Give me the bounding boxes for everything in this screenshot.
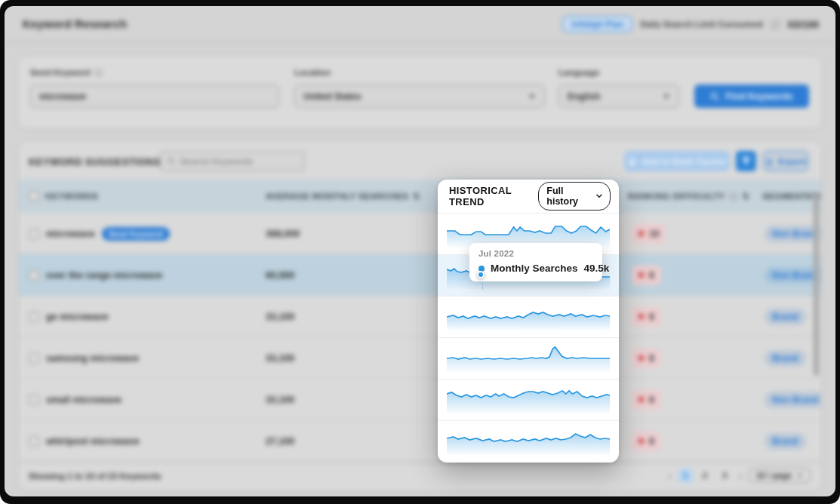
row-checkbox[interactable]: [29, 353, 39, 364]
location-label: Location: [294, 68, 331, 77]
hover-point-marker: [477, 271, 485, 278]
find-keywords-button[interactable]: Find Keywords: [694, 85, 809, 108]
select-all-checkbox[interactable]: [29, 180, 39, 213]
page-button-2[interactable]: 2: [698, 469, 712, 483]
page-title: Keyword Research: [23, 17, 127, 30]
keyword-search-form: Seed Keyword i microwave Location United…: [19, 57, 821, 128]
table-row[interactable]: samsung microwave 33,100 8 Brand: [19, 337, 821, 379]
difficulty-badge: 8: [632, 432, 661, 451]
header-right-cluster: Infidigit Plan Daily Search Limit Consum…: [562, 6, 819, 42]
trend-sparkline-row[interactable]: [438, 420, 619, 462]
download-icon: [765, 157, 774, 166]
difficulty-dot-icon: [638, 355, 644, 361]
keyword-suggestions-card: KEYWORD SUGGESTIONS Add to Rank Tracker …: [19, 142, 821, 490]
segmentation-badge: Brand: [765, 350, 806, 367]
keyword-text: microwave: [46, 229, 95, 239]
app-screen: Keyword Research Infidigit Plan Daily Se…: [5, 6, 835, 496]
segmentation-badge: Non Brand: [765, 392, 821, 408]
difficulty-badge: 10: [632, 224, 666, 244]
app-header: Keyword Research Infidigit Plan Daily Se…: [5, 6, 835, 42]
plan-badge: Infidigit Plan: [562, 16, 632, 32]
page-button-3[interactable]: 3: [718, 469, 732, 483]
table-scrollbar-thumb[interactable]: [814, 195, 819, 376]
trend-range-select[interactable]: Full history: [538, 182, 611, 211]
user-plus-icon: [628, 157, 637, 166]
keyword-text: small microwave: [46, 395, 122, 405]
keyword-text: samsung microwave: [46, 353, 139, 364]
column-header-segmentation: SEGMENTATION: [762, 180, 821, 213]
table-search-box[interactable]: [160, 151, 305, 171]
row-checkbox[interactable]: [29, 270, 39, 281]
info-icon[interactable]: i: [729, 192, 737, 201]
table-row[interactable]: ge microwave 33,100 8 Brand: [19, 296, 821, 337]
language-label: Language: [558, 68, 599, 77]
row-checkbox[interactable]: [29, 229, 39, 239]
segmentation-badge: Non Brand: [765, 267, 821, 284]
trend-sparkline-row[interactable]: [438, 296, 619, 337]
sort-icon[interactable]: ⇅: [742, 192, 749, 201]
chevron-down-icon: ▼: [797, 472, 803, 479]
monthly-searches-value: 33,100: [266, 337, 294, 379]
chevron-left-icon[interactable]: ‹: [666, 470, 672, 481]
difficulty-badge: 8: [632, 266, 661, 285]
row-checkbox[interactable]: [29, 436, 39, 447]
monthly-searches-value: 368,000: [266, 213, 300, 254]
results-summary: Showing 1 to 10 of 23 Keywords: [29, 472, 162, 481]
difficulty-badge: 8: [632, 390, 661, 410]
table-row[interactable]: whirlpool microwave 27,100 8 Brand: [19, 420, 821, 462]
seed-keyword-badge: Seed Keyword: [102, 227, 170, 241]
segmentation-badge: Brand: [765, 309, 806, 325]
tooltip-value: 49.5k: [584, 263, 610, 274]
difficulty-dot-icon: [638, 272, 644, 278]
trend-panel-title: HISTORICAL TREND: [449, 185, 538, 207]
trend-panel-header: HISTORICAL TREND Full history: [438, 180, 619, 213]
trend-tooltip: Jul 2022 Monthly Searches 49.5k: [469, 243, 602, 281]
info-icon[interactable]: i: [771, 20, 780, 29]
table-row[interactable]: small microwave 33,100 8 Non Brand: [19, 379, 821, 420]
funnel-icon: [741, 157, 751, 166]
page-button-1[interactable]: 1: [678, 469, 693, 483]
segmentation-badge: Brand: [765, 433, 806, 450]
difficulty-badge: 8: [632, 349, 661, 368]
trend-sparkline-row[interactable]: [438, 337, 619, 379]
filter-button[interactable]: [736, 151, 756, 171]
export-button[interactable]: Export: [763, 151, 808, 171]
info-icon[interactable]: i: [94, 69, 103, 77]
seed-keyword-label: Seed Keyword i: [30, 68, 103, 77]
chevron-right-icon[interactable]: ›: [737, 470, 743, 481]
keyword-text: over the range microwave: [46, 270, 162, 281]
page-size-select[interactable]: 10 / page▼: [749, 468, 811, 483]
table-row[interactable]: microwaveSeed Keyword 368,000 10 Non Bra…: [19, 213, 821, 254]
difficulty-dot-icon: [638, 438, 644, 444]
daily-limit-value: 03/100: [788, 19, 819, 30]
segmentation-badge: Non Brand: [765, 226, 821, 242]
location-select[interactable]: United States ▼: [294, 85, 545, 108]
difficulty-dot-icon: [638, 397, 644, 402]
table-row-highlighted[interactable]: over the range microwave 60,500 8 Non Br…: [19, 254, 821, 296]
difficulty-badge: 8: [632, 307, 661, 327]
suggestions-title: KEYWORD SUGGESTIONS: [29, 156, 160, 167]
tooltip-date: Jul 2022: [478, 249, 593, 258]
search-keywords-input[interactable]: [180, 157, 297, 166]
keyword-text: ge microwave: [46, 312, 109, 322]
tooltip-series-label: Monthly Searches: [491, 263, 578, 274]
column-header-keywords: KEYWORDS: [45, 180, 98, 213]
row-checkbox[interactable]: [29, 312, 39, 322]
blurred-page-layer: Keyword Research Infidigit Plan Daily Se…: [5, 6, 835, 496]
pagination: ‹ 1 2 3 › 10 / page▼: [666, 468, 811, 483]
column-header-difficulty[interactable]: RANKING DIFFICULTYi⇅: [628, 180, 749, 213]
row-checkbox[interactable]: [29, 395, 39, 405]
trend-sparkline-row[interactable]: [438, 379, 619, 420]
daily-limit-label: Daily Search Limit Consumed: [640, 20, 762, 29]
seed-keyword-input[interactable]: microwave: [30, 85, 279, 108]
sort-icon[interactable]: ⇅: [413, 192, 420, 201]
add-to-rank-tracker-button[interactable]: Add to Rank Tracker: [624, 151, 730, 171]
table-footer: Showing 1 to 10 of 23 Keywords ‹ 1 2 3 ›…: [19, 462, 821, 490]
monthly-searches-value: 27,100: [266, 420, 294, 462]
difficulty-dot-icon: [638, 231, 644, 236]
chevron-down-icon: [596, 194, 602, 198]
column-header-searches[interactable]: AVERAGE MONTHLY SEARCHES⇅: [266, 180, 420, 213]
chevron-down-icon: ▼: [663, 92, 670, 100]
table-header-row: KEYWORDS AVERAGE MONTHLY SEARCHES⇅ RANKI…: [19, 180, 821, 213]
language-select[interactable]: English ▼: [558, 85, 679, 108]
